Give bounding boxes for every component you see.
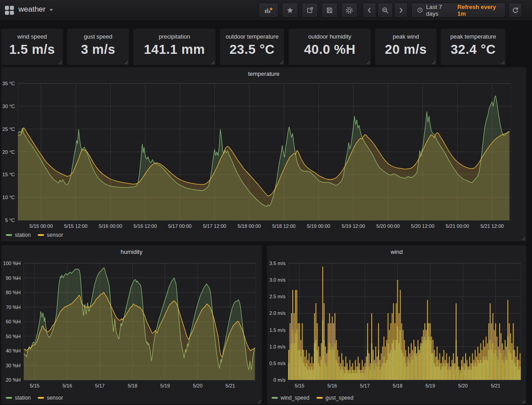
svg-text:5/19 00:00: 5/19 00:00 [307,223,330,229]
svg-text:5/18: 5/18 [128,383,137,388]
svg-text:5/21: 5/21 [491,383,500,388]
stat-value: 40.0 %H [289,42,371,57]
humidity-legend: station sensor [6,395,63,401]
svg-text:20 °C: 20 °C [2,149,15,155]
svg-text:2.0 m/s: 2.0 m/s [269,310,286,316]
svg-text:50 %H: 50 %H [6,334,21,339]
zoom-out-icon [382,7,389,14]
legend-label: sensor [47,395,63,401]
stat-title: outdoor temperature [220,33,284,40]
humidity-chart[interactable]: 20 %H30 %H40 %H50 %H60 %H70 %H80 %H90 %H… [1,245,262,404]
stat-panel-peak-temperature: peak temperature 32.4 °C [441,29,506,65]
svg-text:5/16 12:00: 5/16 12:00 [133,223,157,229]
time-back-button[interactable] [363,3,376,17]
stat-title: gust speed [67,33,129,40]
svg-text:5/15 12:00: 5/15 12:00 [64,223,88,229]
resize-handle[interactable] [500,60,505,64]
svg-text:5/21 00:00: 5/21 00:00 [446,223,469,229]
stat-value: 1.5 m/s [1,42,63,57]
share-button[interactable] [302,3,318,17]
legend-item-station[interactable]: station [6,395,31,401]
time-range-picker[interactable]: Last 7 days Refresh every 1m [411,3,506,17]
svg-text:5/18: 5/18 [393,383,402,388]
legend-item-station[interactable]: station [6,232,31,238]
svg-text:5/16: 5/16 [62,383,72,388]
svg-text:5/17 12:00: 5/17 12:00 [203,223,226,229]
svg-text:5/21: 5/21 [225,383,235,388]
time-range-label: Last 7 days [426,4,452,17]
stat-title: peak temperature [441,33,506,40]
add-panel-icon [264,7,273,14]
resize-handle[interactable] [279,60,283,64]
svg-text:5/21 12:00: 5/21 12:00 [480,223,504,229]
svg-text:1.0 m/s: 1.0 m/s [269,344,286,349]
legend-item-sensor[interactable]: sensor [38,395,63,401]
svg-text:80 %H: 80 %H [6,290,21,295]
svg-text:0 m/s: 0 m/s [273,377,286,383]
add-panel-button[interactable] [259,3,278,17]
stat-title: precipitation [133,33,215,40]
wind-graph-panel: wind 0 m/s0.5 m/s1.0 m/s1.5 m/s2.0 m/s2.… [267,245,526,404]
chevron-left-icon [366,7,373,13]
chevron-right-icon [398,7,404,13]
clock-icon [417,7,423,13]
settings-button[interactable] [341,3,357,17]
humidity-graph-panel: humidity 20 %H30 %H40 %H50 %H60 %H70 %H8… [1,245,262,404]
time-forward-button[interactable] [394,3,408,17]
svg-text:35 °C: 35 °C [2,81,15,86]
stat-title: peak wind [375,33,436,40]
stat-value: 32.4 °C [441,42,506,57]
resize-handle[interactable] [210,60,215,64]
dashboard-title-dropdown[interactable]: weather [18,5,53,14]
stat-title: wind speed [1,33,63,40]
svg-text:5/17 00:00: 5/17 00:00 [168,223,192,229]
chevron-down-icon [49,9,53,11]
resize-handle[interactable] [123,60,128,64]
svg-text:5/17: 5/17 [360,383,369,388]
legend-item-gust-speed[interactable]: gust_speed [317,395,353,401]
svg-text:5/17: 5/17 [95,383,105,388]
dashboard-title: weather [18,5,45,14]
svg-text:5/18 00:00: 5/18 00:00 [237,223,261,229]
stat-panel-peak-wind: peak wind 20 m/s [375,29,436,65]
svg-text:5/15 00:00: 5/15 00:00 [30,223,53,229]
resize-handle[interactable] [57,60,62,64]
series-color-dash [6,234,12,236]
legend-item-wind-speed[interactable]: wind_speed [272,395,309,401]
series-color-dash [6,397,12,399]
stat-panel-precipitation: precipitation 141.1 mm [133,29,215,65]
series-color-dash [38,397,44,399]
svg-text:10 °C: 10 °C [2,195,15,200]
svg-text:5/20: 5/20 [193,383,202,388]
temperature-chart[interactable]: 5 °C10 °C15 °C20 °C25 °C30 °C35 °C5/15 0… [1,67,526,241]
svg-text:5/16: 5/16 [327,383,337,388]
svg-text:5/20: 5/20 [458,383,467,388]
wind-chart[interactable]: 0 m/s0.5 m/s1.0 m/s1.5 m/s2.0 m/s2.5 m/s… [267,245,526,404]
resize-handle[interactable] [365,60,370,64]
refresh-button[interactable] [509,3,522,17]
stat-value: 23.5 °C [220,42,284,57]
stat-value: 141.1 mm [133,42,215,57]
temperature-graph-panel: temperature 5 °C10 °C15 °C20 °C25 °C30 °… [1,67,526,241]
svg-text:30 %H: 30 %H [6,363,21,368]
svg-text:5/20 12:00: 5/20 12:00 [411,223,435,229]
stat-panel-outdoor-humidity: outdoor humidity 40.0 %H [289,29,371,65]
zoom-out-button[interactable] [378,3,393,17]
svg-text:20 %H: 20 %H [6,377,21,383]
grafana-logo-icon[interactable] [5,6,14,15]
resize-handle[interactable] [431,60,435,64]
stat-panel-outdoor-temperature: outdoor temperature 23.5 °C [220,29,284,65]
legend-label: station [15,395,31,401]
svg-text:5/20 00:00: 5/20 00:00 [376,223,400,229]
svg-text:5/16 00:00: 5/16 00:00 [99,223,122,229]
series-color-dash [38,234,44,236]
refresh-interval-label: Refresh every 1m [457,4,500,17]
star-button[interactable] [282,3,298,17]
legend-item-sensor[interactable]: sensor [38,232,63,238]
save-button[interactable] [321,3,338,17]
svg-text:15 °C: 15 °C [2,172,15,177]
stat-value: 3 m/s [67,42,129,57]
svg-text:60 %H: 60 %H [6,319,21,324]
grafana-dashboard: weather [0,0,532,405]
wind-legend: wind_speed gust_speed [272,395,353,401]
